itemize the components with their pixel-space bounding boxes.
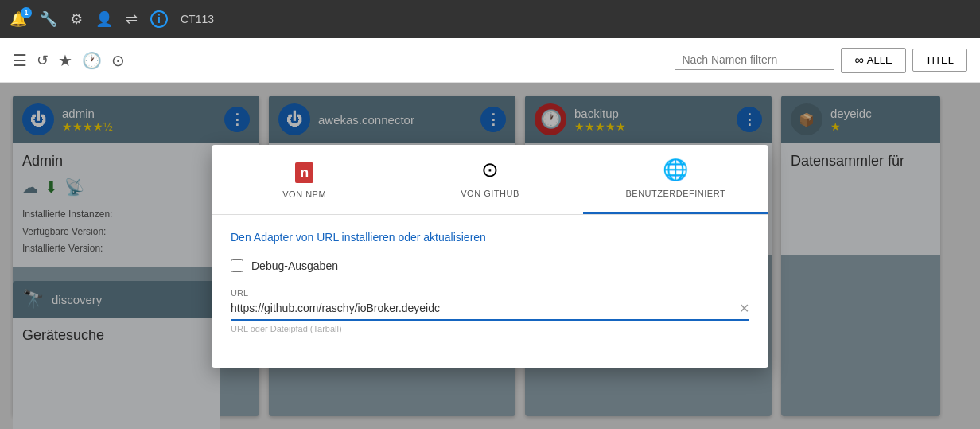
debug-label: Debug-Ausgaben: [251, 259, 338, 272]
modal-tabs: n VON NPM ⊙ VON GITHUB 🌐 BENUTZERDEFINIE…: [212, 145, 768, 215]
refresh-icon[interactable]: ↺: [37, 52, 49, 69]
github-icon[interactable]: ⊙: [111, 51, 125, 70]
custom-icon: 🌐: [663, 158, 688, 182]
url-input-wrap: ✕: [231, 301, 749, 321]
filter-input[interactable]: [675, 50, 834, 70]
url-clear-icon[interactable]: ✕: [739, 301, 749, 316]
network-icon[interactable]: ⇌: [126, 10, 138, 28]
npm-icon: n: [295, 158, 313, 183]
cards-area: ⏻ admin ★★★★½ ⋮ Admin ☁ ⬇ 📡 Installierte…: [0, 83, 980, 429]
modal-body: Den Adapter von URL installieren oder ak…: [212, 215, 768, 349]
url-hint: URL oder Dateipfad (Tarball): [231, 324, 749, 333]
filter-input-wrap: [675, 50, 834, 70]
menu-icon[interactable]: ☰: [13, 51, 27, 70]
modal-overlay: n VON NPM ⊙ VON GITHUB 🌐 BENUTZERDEFINIE…: [0, 83, 980, 429]
iobroker-icon[interactable]: i: [150, 10, 168, 28]
tab-github[interactable]: ⊙ VON GITHUB: [397, 145, 582, 214]
gear-icon[interactable]: ⚙: [70, 10, 83, 28]
github-tab-icon: ⊙: [481, 158, 499, 182]
history-icon[interactable]: 🕐: [82, 51, 102, 70]
notification-badge: 1: [21, 7, 32, 18]
tab-github-label: VON GITHUB: [461, 189, 519, 198]
star-icon[interactable]: ★: [58, 51, 72, 70]
filter-container: ∞ ALLE TITEL: [675, 48, 967, 73]
url-label: URL: [231, 288, 749, 298]
notification-icon[interactable]: 🔔 1: [10, 10, 27, 28]
btn-all[interactable]: ∞ ALLE: [841, 48, 905, 73]
modal: n VON NPM ⊙ VON GITHUB 🌐 BENUTZERDEFINIE…: [212, 145, 768, 368]
tab-npm-label: VON NPM: [282, 189, 326, 199]
debug-checkbox[interactable]: [231, 259, 243, 272]
person-icon[interactable]: 👤: [95, 10, 113, 28]
btn-title[interactable]: TITEL: [912, 49, 967, 72]
top-bar: 🔔 1 🔧 ⚙ 👤 ⇌ i CT113: [0, 0, 980, 38]
url-input[interactable]: [231, 302, 739, 314]
tab-npm[interactable]: n VON NPM: [212, 145, 397, 214]
debug-row: Debug-Ausgaben: [231, 259, 749, 272]
tab-custom[interactable]: 🌐 BENUTZERDEFINIERT: [583, 145, 768, 214]
sub-bar: ☰ ↺ ★ 🕐 ⊙ ∞ ALLE TITEL: [0, 38, 980, 83]
url-section: URL ✕ URL oder Dateipfad (Tarball): [231, 288, 749, 333]
install-link[interactable]: Den Adapter von URL installieren oder ak…: [231, 231, 749, 244]
instance-label: CT113: [181, 13, 214, 25]
wrench-icon[interactable]: 🔧: [40, 10, 57, 28]
tab-custom-label: BENUTZERDEFINIERT: [626, 189, 726, 198]
